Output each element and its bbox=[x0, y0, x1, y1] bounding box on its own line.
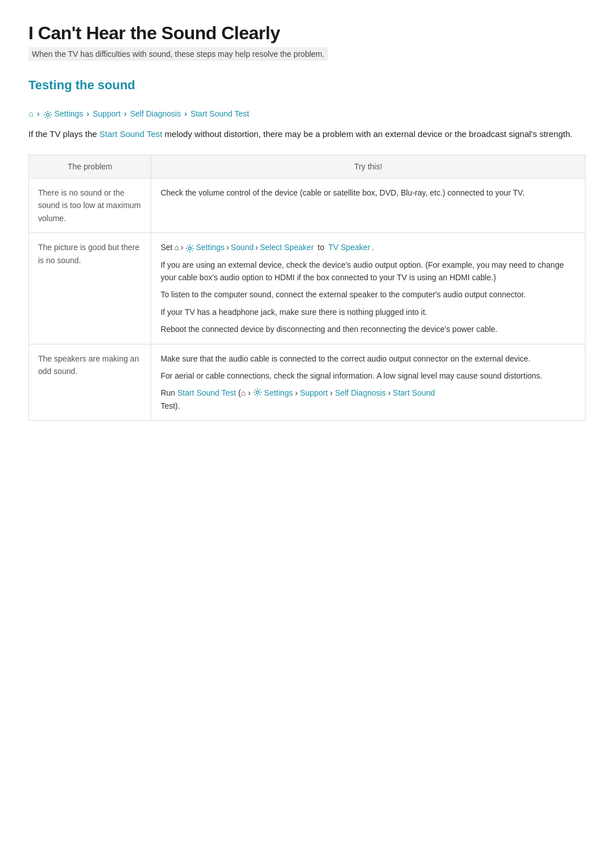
solution-2-para-4: Reboot the connected device by disconnec… bbox=[160, 323, 576, 335]
run-middle: ( bbox=[236, 388, 241, 397]
chevron-icon: › bbox=[37, 109, 40, 118]
chevron-icon-3: › bbox=[124, 109, 127, 118]
run-test-label: Test). bbox=[160, 401, 180, 410]
solution-3-para-2: For aerial or cable connections, check t… bbox=[160, 369, 576, 382]
svg-point-2 bbox=[256, 391, 259, 394]
run-chevron-2: › bbox=[295, 388, 298, 397]
home-icon: ⌂ bbox=[28, 109, 34, 118]
intro-text-after: melody without distortion, there may be … bbox=[162, 129, 572, 139]
intro-start-sound-test-link[interactable]: Start Sound Test bbox=[99, 129, 163, 139]
solution-3-run: Run Start Sound Test (⌂ › Settings › Sup… bbox=[160, 387, 576, 412]
chevron-c2: › bbox=[226, 241, 229, 254]
set-label: Set bbox=[160, 241, 172, 254]
to-label: to bbox=[316, 241, 326, 254]
page-subtitle: When the TV has difficulties with sound,… bbox=[28, 47, 328, 61]
bc2-settings[interactable]: Settings bbox=[196, 241, 225, 254]
solution-3: Make sure that the audio cable is connec… bbox=[151, 344, 586, 421]
svg-point-0 bbox=[46, 113, 49, 116]
solution-2-para-1: If you are using an external device, che… bbox=[160, 259, 576, 284]
svg-point-1 bbox=[188, 247, 191, 250]
intro-paragraph: If the TV plays the Start Sound Test mel… bbox=[28, 127, 586, 141]
bc2-select-speaker[interactable]: Select Speaker bbox=[260, 241, 314, 254]
bc2-period: . bbox=[372, 241, 374, 254]
problem-1: There is no sound or the sound is too lo… bbox=[29, 178, 151, 233]
solution-2-para-2: To listen to the computer sound, connect… bbox=[160, 288, 576, 301]
troubleshoot-table: The problem Try this! There is no sound … bbox=[28, 155, 586, 421]
breadcrumb-start-sound-test[interactable]: Start Sound Test bbox=[190, 109, 249, 118]
run-chevron-4: › bbox=[388, 388, 391, 397]
section-title: Testing the sound bbox=[28, 78, 586, 97]
settings-gear-icon bbox=[43, 110, 52, 119]
chevron-cell: › bbox=[181, 241, 184, 254]
problem-3: The speakers are making an odd sound. bbox=[29, 344, 151, 421]
run-home-icon: ⌂ bbox=[241, 388, 246, 397]
solution-2-para-3: If your TV has a headphone jack, make su… bbox=[160, 306, 576, 318]
breadcrumb-self-diagnosis[interactable]: Self Diagnosis bbox=[130, 109, 181, 118]
run-prefix: Run bbox=[160, 388, 177, 397]
run-gear-icon bbox=[253, 388, 262, 397]
chevron-icon-4: › bbox=[184, 109, 187, 118]
run-bc-support[interactable]: Support bbox=[300, 388, 328, 397]
cell-breadcrumb-2: Set ⌂ › Settings › Sound › Select Speake… bbox=[160, 241, 576, 254]
run-chevron-1: › bbox=[248, 388, 251, 397]
home-icon-cell: ⌂ bbox=[174, 241, 179, 254]
problem-2: The picture is good but there is no soun… bbox=[29, 233, 151, 344]
run-bc-start-sound[interactable]: Start Sound bbox=[393, 388, 435, 397]
run-bc-settings[interactable]: Settings bbox=[264, 388, 293, 397]
table-row: The speakers are making an odd sound. Ma… bbox=[29, 344, 586, 421]
table-col2-header: Try this! bbox=[151, 155, 586, 178]
solution-2: Set ⌂ › Settings › Sound › Select Speake… bbox=[151, 233, 586, 344]
run-start-sound-test-link[interactable]: Start Sound Test bbox=[177, 388, 236, 397]
breadcrumb: ⌂ › Settings › Support › Self Diagnosis … bbox=[28, 109, 586, 118]
solution-1: Check the volume control of the device (… bbox=[151, 178, 586, 233]
settings-gear-icon-cell bbox=[185, 244, 194, 253]
intro-text-before: If the TV plays the bbox=[28, 129, 99, 139]
breadcrumb-settings[interactable]: Settings bbox=[55, 109, 84, 118]
run-chevron-3: › bbox=[330, 388, 333, 397]
bc2-sound[interactable]: Sound bbox=[231, 241, 254, 254]
breadcrumb-support[interactable]: Support bbox=[93, 109, 121, 118]
solution-3-para-1: Make sure that the audio cable is connec… bbox=[160, 352, 576, 365]
table-row: The picture is good but there is no soun… bbox=[29, 233, 586, 344]
run-bc-self-diagnosis[interactable]: Self Diagnosis bbox=[335, 388, 386, 397]
table-col1-header: The problem bbox=[29, 155, 151, 178]
bc2-tv-speaker[interactable]: TV Speaker bbox=[328, 241, 370, 254]
page-title: I Can't Hear the Sound Clearly bbox=[28, 23, 586, 44]
chevron-c3: › bbox=[255, 241, 258, 254]
table-row: There is no sound or the sound is too lo… bbox=[29, 178, 586, 233]
chevron-icon-2: › bbox=[86, 109, 89, 118]
